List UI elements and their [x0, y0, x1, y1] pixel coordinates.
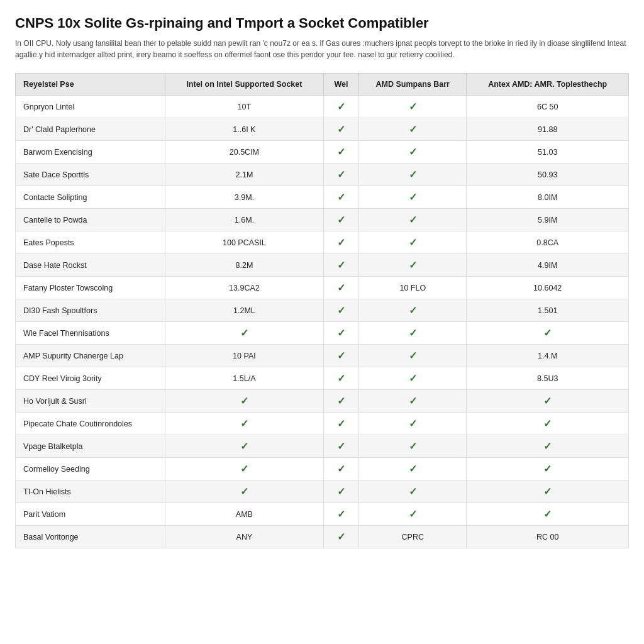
table-row: Ho Vorijult & Susri✓✓✓✓ — [16, 390, 629, 413]
cell-value: 20.5CIM — [165, 141, 323, 164]
check-icon: ✓ — [543, 486, 552, 497]
table-row: Dr' Clald Paplerhone1..6I K✓✓91.88 — [16, 118, 629, 141]
feature-name: Vpage Btalketpla — [16, 435, 165, 458]
feature-name: Cormelioy Seeding — [16, 458, 165, 480]
cell-value: ✓ — [467, 413, 629, 435]
feature-name: Wle Facel Thennisations — [16, 322, 165, 345]
cell-value: 51.03 — [467, 141, 629, 164]
check-icon: ✓ — [337, 124, 345, 135]
feature-name: Contacte Solipting — [16, 186, 165, 209]
column-header-3: AMD Sumpans Barr — [359, 74, 467, 96]
cell-value: ✓ — [323, 164, 359, 186]
cell-value: 10.6042 — [467, 277, 629, 299]
check-icon: ✓ — [337, 396, 345, 406]
feature-name: TI-On Hielists — [16, 480, 165, 503]
comparison-table: Reyelstei PseIntel on Intel Supported So… — [15, 73, 629, 548]
feature-name: Barwom Exencising — [16, 141, 165, 164]
feature-name: Sate Dace Sporttls — [16, 164, 165, 186]
cell-value: ✓ — [467, 435, 629, 458]
cell-value: ✓ — [323, 345, 359, 367]
cell-value: ✓ — [323, 277, 359, 299]
check-icon: ✓ — [409, 464, 417, 474]
check-icon: ✓ — [337, 531, 345, 542]
cell-value: ✓ — [359, 254, 467, 277]
table-row: Vpage Btalketpla✓✓✓✓ — [16, 435, 629, 458]
check-icon: ✓ — [337, 418, 345, 429]
cell-value: ✓ — [359, 480, 467, 503]
table-row: Dase Hate Rockst8.2M✓✓4.9IM — [16, 254, 629, 277]
table-row: Wle Facel Thennisations✓✓✓✓ — [16, 322, 629, 345]
cell-value: ✓ — [359, 209, 467, 231]
cell-value: 10 PAI — [165, 345, 323, 367]
check-icon: ✓ — [409, 509, 417, 519]
cell-value: ✓ — [323, 367, 359, 390]
cell-value: ✓ — [359, 458, 467, 480]
cell-value: ✓ — [165, 458, 323, 480]
check-icon: ✓ — [543, 418, 552, 429]
table-row: Pipecate Chate Coutinrondoles✓✓✓✓ — [16, 413, 629, 435]
cell-value: ✓ — [323, 435, 359, 458]
check-icon: ✓ — [240, 486, 248, 497]
table-row: Gnpryon Lintel10T✓✓6C 50 — [16, 96, 629, 118]
check-icon: ✓ — [409, 260, 417, 270]
cell-value: ✓ — [165, 480, 323, 503]
table-row: Barwom Exencising20.5CIM✓✓51.03 — [16, 141, 629, 164]
table-row: Cantelle to Powda1.6M.✓✓5.9IM — [16, 209, 629, 231]
feature-name: Basal Voritonge — [16, 526, 165, 548]
table-row: Sate Dace Sporttls2.1M✓✓50.93 — [16, 164, 629, 186]
feature-name: Gnpryon Lintel — [16, 96, 165, 118]
feature-name: Dr' Clald Paplerhone — [16, 118, 165, 141]
check-icon: ✓ — [337, 282, 345, 293]
cell-value: ✓ — [359, 96, 467, 118]
feature-name: AMP Supurity Chanerge Lap — [16, 345, 165, 367]
check-icon: ✓ — [409, 350, 417, 361]
cell-value: ✓ — [323, 390, 359, 413]
cell-value: ✓ — [323, 186, 359, 209]
feature-name: Ho Vorijult & Susri — [16, 390, 165, 413]
check-icon: ✓ — [409, 328, 417, 338]
cell-value: ✓ — [467, 322, 629, 345]
cell-value: ✓ — [323, 231, 359, 254]
feature-name: Dase Hate Rockst — [16, 254, 165, 277]
check-icon: ✓ — [409, 214, 417, 225]
cell-value: AMB — [165, 503, 323, 526]
cell-value: ✓ — [323, 96, 359, 118]
feature-name: Cantelle to Powda — [16, 209, 165, 231]
check-icon: ✓ — [409, 124, 417, 135]
feature-name: CDY Reel Viroig 3ority — [16, 367, 165, 390]
cell-value: ✓ — [165, 390, 323, 413]
column-header-4: Antex AMD: AMR. Toplesthechp — [467, 74, 629, 96]
cell-value: 100 PCASIL — [165, 231, 323, 254]
cell-value: ✓ — [359, 345, 467, 367]
table-row: Cormelioy Seeding✓✓✓✓ — [16, 458, 629, 480]
cell-value: 10T — [165, 96, 323, 118]
cell-value: 1.5L/A — [165, 367, 323, 390]
feature-name: Eates Popests — [16, 231, 165, 254]
cell-value: 13.9CA2 — [165, 277, 323, 299]
check-icon: ✓ — [409, 418, 417, 429]
column-header-0: Reyelstei Pse — [16, 74, 165, 96]
cell-value: ✓ — [359, 186, 467, 209]
cell-value: ✓ — [467, 480, 629, 503]
cell-value: 0.8CA — [467, 231, 629, 254]
cell-value: 6C 50 — [467, 96, 629, 118]
cell-value: ✓ — [359, 118, 467, 141]
cell-value: 8.5U3 — [467, 367, 629, 390]
table-row: DI30 Fash Spoultfors1.2ML✓✓1.501 — [16, 299, 629, 322]
cell-value: 50.93 — [467, 164, 629, 186]
table-row: Eates Popests100 PCASIL✓✓0.8CA — [16, 231, 629, 254]
check-icon: ✓ — [240, 464, 248, 474]
cell-value: ✓ — [323, 299, 359, 322]
cell-value: ✓ — [323, 503, 359, 526]
cell-value: 5.9IM — [467, 209, 629, 231]
check-icon: ✓ — [543, 441, 552, 452]
page-description: In OII CPU. Noly usang lansilital bean t… — [15, 38, 629, 60]
cell-value: ✓ — [359, 503, 467, 526]
cell-value: ✓ — [359, 164, 467, 186]
cell-value: ✓ — [467, 458, 629, 480]
check-icon: ✓ — [409, 373, 417, 384]
cell-value: ✓ — [359, 367, 467, 390]
check-icon: ✓ — [543, 464, 552, 474]
check-icon: ✓ — [337, 214, 345, 225]
table-row: Contacte Solipting3.9M.✓✓8.0IM — [16, 186, 629, 209]
